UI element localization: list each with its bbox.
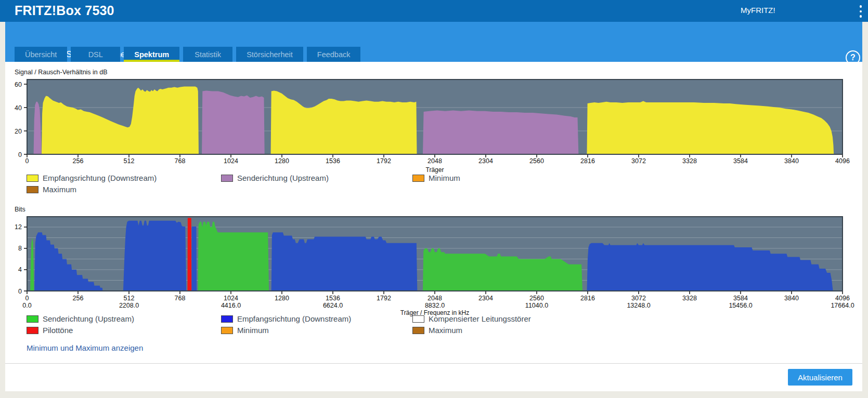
tab-statistik[interactable]: Statistik <box>183 47 232 62</box>
legend-label: Maximum <box>429 326 462 335</box>
legend-item: Minimum <box>221 326 412 334</box>
footer-divider <box>5 363 862 364</box>
legend-swatch-icon <box>221 315 233 323</box>
legend-swatch-icon <box>27 175 38 182</box>
tab-feedback[interactable]: Feedback <box>307 47 361 62</box>
legend-label: Empfangsrichtung (Downstream) <box>43 174 157 182</box>
legend-item: Maximum <box>412 326 838 334</box>
tab-bar: ÜbersichtDSLSpektrumStatistikStörsicherh… <box>15 47 360 62</box>
legend-label: Maximum <box>43 185 76 194</box>
legend-item: Senderichtung (Upstream) <box>221 174 412 182</box>
legend-item: Empfangsrichtung (Downstream) <box>221 315 412 323</box>
legend-swatch-icon <box>27 315 38 323</box>
legend-item: Kompensierter Leitungsstörer <box>412 315 838 323</box>
show-minmax-link[interactable]: Minimum und Maximum anzeigen <box>27 343 143 352</box>
kebab-menu-icon[interactable] <box>857 5 864 18</box>
legend-label: Pilottöne <box>43 326 73 335</box>
content-card <box>5 62 862 391</box>
snr-chart-title: Signal / Rausch-Verhältnis in dB <box>15 69 108 76</box>
bits-chart-title: Bits <box>15 206 25 213</box>
fritzbox-page: FRITZ!Box 7530 MyFRITZ! Internet>DSL-Inf… <box>0 0 868 398</box>
legend-item: Maximum <box>27 185 221 193</box>
legend-label: Kompensierter Leitungsstörer <box>429 314 531 323</box>
legend-swatch-icon <box>412 315 424 323</box>
legend-item: Empfangsrichtung (Downstream) <box>27 174 221 182</box>
top-bar: FRITZ!Box 7530 MyFRITZ! <box>0 0 868 22</box>
legend-label: Minimum <box>237 326 269 335</box>
legend-label: Minimum <box>429 174 460 182</box>
app-title: FRITZ!Box 7530 <box>15 3 114 18</box>
legend-item: Pilottöne <box>27 326 221 334</box>
tab-st-rsicherheit[interactable]: Störsicherheit <box>236 47 303 62</box>
legend-swatch-icon <box>221 327 233 334</box>
bits-legend: Senderichtung (Upstream)Empfangsrichtung… <box>27 315 838 334</box>
legend-label: Empfangsrichtung (Downstream) <box>237 314 351 323</box>
legend-swatch-icon <box>27 327 38 334</box>
legend-label: Senderichtung (Upstream) <box>237 174 329 182</box>
tab-dsl[interactable]: DSL <box>71 47 120 62</box>
tab-spektrum[interactable]: Spektrum <box>124 47 179 62</box>
legend-swatch-icon <box>221 175 233 182</box>
snr-legend: Empfangsrichtung (Downstream)Senderichtu… <box>27 174 838 193</box>
myfritz-link[interactable]: MyFRITZ! <box>741 6 775 15</box>
legend-swatch-icon <box>412 175 424 182</box>
tab--bersicht[interactable]: Übersicht <box>15 47 67 62</box>
legend-label: Senderichtung (Upstream) <box>43 314 134 323</box>
legend-swatch-icon <box>27 186 38 193</box>
legend-item: Senderichtung (Upstream) <box>27 315 221 323</box>
legend-swatch-icon <box>412 327 424 334</box>
legend-item: Minimum <box>412 174 838 182</box>
refresh-button[interactable]: Aktualisieren <box>788 369 852 386</box>
